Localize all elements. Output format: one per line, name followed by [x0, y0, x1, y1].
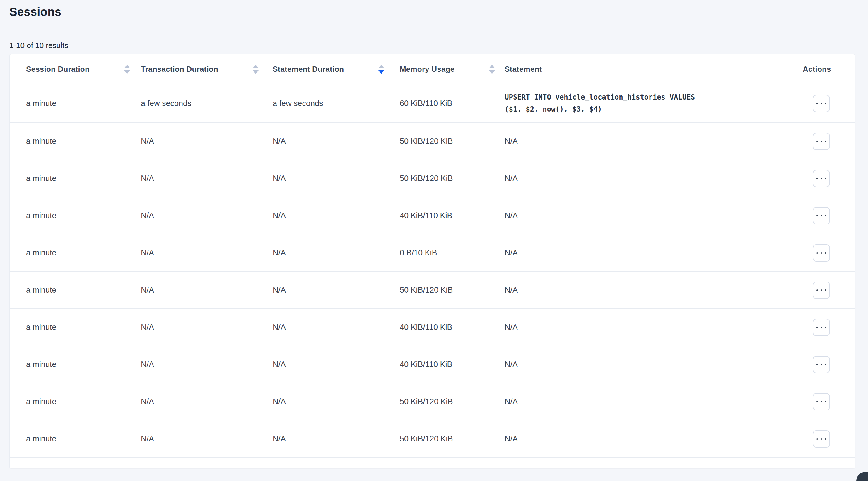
- ellipsis-icon: [825, 438, 826, 440]
- ellipsis-icon: [816, 252, 818, 254]
- row-actions-button[interactable]: [813, 244, 830, 262]
- cell-actions: [803, 281, 838, 299]
- cell-statement-duration: N/A: [273, 427, 400, 451]
- table-row: a minute N/A N/A 50 KiB/120 KiB N/A: [10, 160, 855, 197]
- cell-transaction-duration: N/A: [141, 427, 273, 451]
- row-actions-button[interactable]: [813, 95, 830, 112]
- ellipsis-icon: [820, 290, 822, 291]
- cell-session-duration: a minute: [26, 316, 141, 339]
- sort-icon[interactable]: [378, 65, 384, 74]
- sort-asc-arrow-icon: [124, 65, 130, 68]
- column-header-label: Statement Duration: [273, 65, 344, 74]
- cell-transaction-duration: a few seconds: [141, 92, 273, 115]
- table-row: a minute N/A N/A 0 B/10 KiB N/A: [10, 234, 855, 272]
- cell-actions: [803, 430, 838, 448]
- cell-memory-usage: 40 KiB/110 KiB: [400, 316, 504, 339]
- cell-memory-usage: 40 KiB/110 KiB: [400, 353, 504, 376]
- ellipsis-icon: [825, 141, 826, 142]
- cell-actions: [803, 244, 838, 262]
- column-header-label: Statement: [504, 65, 542, 74]
- cell-statement-duration: N/A: [273, 130, 400, 153]
- cell-statement: N/A: [504, 390, 803, 413]
- cell-memory-usage: 50 KiB/120 KiB: [400, 278, 504, 302]
- ellipsis-icon: [825, 290, 826, 291]
- cell-session-duration: a minute: [26, 390, 141, 413]
- ellipsis-icon: [816, 141, 818, 142]
- cell-statement: N/A: [504, 204, 803, 227]
- cell-statement: UPSERT INTO vehicle_location_histories V…: [504, 84, 724, 122]
- row-actions-button[interactable]: [813, 207, 830, 224]
- row-actions-button[interactable]: [813, 170, 830, 187]
- row-actions-button[interactable]: [813, 133, 830, 150]
- cell-statement: N/A: [504, 427, 803, 451]
- cell-session-duration: a minute: [26, 241, 141, 265]
- cell-statement: N/A: [504, 130, 803, 153]
- row-actions-button[interactable]: [813, 319, 830, 336]
- table-row: a minute N/A N/A 40 KiB/110 KiB N/A: [10, 346, 855, 383]
- cell-session-duration: a minute: [26, 167, 141, 190]
- cell-memory-usage: 40 KiB/110 KiB: [400, 204, 504, 227]
- column-header-memory-usage[interactable]: Memory Usage: [400, 65, 504, 74]
- cell-actions: [803, 133, 838, 150]
- ellipsis-icon: [816, 401, 818, 402]
- table-row: a minute N/A N/A 50 KiB/120 KiB N/A: [10, 123, 855, 160]
- ellipsis-icon: [820, 252, 822, 254]
- ellipsis-icon: [820, 141, 822, 142]
- page-title: Sessions: [9, 5, 61, 19]
- cell-statement-duration: N/A: [273, 167, 400, 190]
- cell-statement: N/A: [504, 278, 803, 302]
- table-row: a minute N/A N/A 40 KiB/110 KiB N/A: [10, 309, 855, 346]
- column-header-label: Actions: [803, 65, 831, 74]
- ellipsis-icon: [825, 401, 826, 402]
- cell-session-duration: a minute: [26, 92, 141, 115]
- table-row: a minute N/A N/A 50 KiB/120 KiB N/A: [10, 272, 855, 309]
- ellipsis-icon: [820, 103, 822, 104]
- cell-actions: [803, 319, 838, 336]
- row-actions-button[interactable]: [813, 281, 830, 299]
- column-header-label: Transaction Duration: [141, 65, 218, 74]
- table-body: a minute a few seconds a few seconds 60 …: [10, 84, 855, 457]
- ellipsis-icon: [816, 290, 818, 291]
- cell-actions: [803, 356, 838, 373]
- sort-desc-arrow-icon: [124, 70, 130, 74]
- column-header-label: Session Duration: [26, 65, 90, 74]
- row-actions-button[interactable]: [813, 393, 830, 411]
- sessions-page: Sessions 1-10 of 10 results Session Dura…: [0, 0, 868, 481]
- cell-statement-duration: a few seconds: [273, 92, 400, 115]
- sort-icon[interactable]: [124, 65, 130, 74]
- corner-resize-handle: [856, 472, 868, 481]
- cell-memory-usage: 50 KiB/120 KiB: [400, 167, 504, 190]
- cell-memory-usage: 0 B/10 KiB: [400, 241, 504, 265]
- cell-memory-usage: 50 KiB/120 KiB: [400, 427, 504, 451]
- ellipsis-icon: [816, 103, 818, 104]
- ellipsis-icon: [816, 438, 818, 440]
- ellipsis-icon: [816, 215, 818, 216]
- row-actions-button[interactable]: [813, 430, 830, 448]
- cell-statement: N/A: [504, 167, 803, 190]
- cell-actions: [803, 393, 838, 411]
- cell-statement: N/A: [504, 241, 803, 265]
- cell-transaction-duration: N/A: [141, 390, 273, 413]
- cell-transaction-duration: N/A: [141, 130, 273, 153]
- column-header-statement-duration[interactable]: Statement Duration: [273, 65, 400, 74]
- row-actions-button[interactable]: [813, 356, 830, 373]
- ellipsis-icon: [820, 178, 822, 179]
- cell-actions: [803, 170, 838, 187]
- cell-transaction-duration: N/A: [141, 278, 273, 302]
- cell-session-duration: a minute: [26, 278, 141, 302]
- cell-statement-duration: N/A: [273, 316, 400, 339]
- cell-statement: N/A: [504, 353, 803, 376]
- ellipsis-icon: [825, 364, 826, 365]
- ellipsis-icon: [816, 364, 818, 365]
- cell-transaction-duration: N/A: [141, 353, 273, 376]
- table-header-row: Session Duration Transaction Duration St…: [10, 55, 855, 84]
- cell-statement-duration: N/A: [273, 241, 400, 265]
- cell-actions: [803, 207, 838, 224]
- column-header-session-duration[interactable]: Session Duration: [26, 65, 141, 74]
- sort-desc-arrow-icon: [253, 70, 258, 74]
- sort-asc-arrow-icon: [378, 65, 384, 68]
- sort-icon[interactable]: [253, 65, 258, 74]
- cell-session-duration: a minute: [26, 427, 141, 451]
- column-header-transaction-duration[interactable]: Transaction Duration: [141, 65, 273, 74]
- sort-icon[interactable]: [489, 65, 495, 74]
